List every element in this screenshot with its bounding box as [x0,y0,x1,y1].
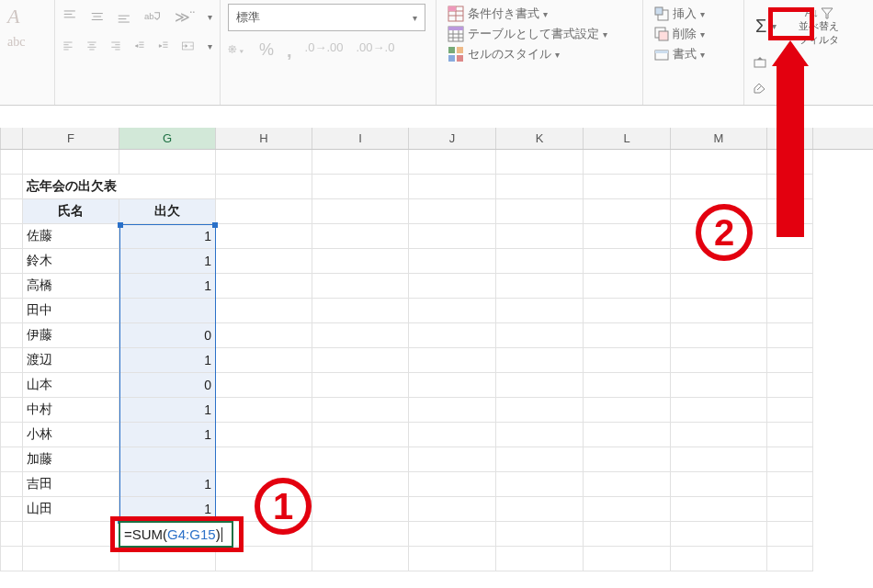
insert-button[interactable]: 挿入 ▾ [651,4,736,24]
cell[interactable] [312,547,409,571]
cell[interactable] [767,398,813,423]
col-header-H[interactable]: H [216,128,312,149]
cell[interactable] [767,497,813,522]
cell[interactable]: 1 [119,249,216,274]
cell[interactable] [409,323,496,348]
cell[interactable] [671,249,767,274]
increase-decimal-icon[interactable]: .0→.00 [305,40,344,62]
cell[interactable]: 1 [119,348,216,373]
cell[interactable] [216,323,312,348]
cell[interactable] [216,547,312,571]
cell[interactable] [496,472,584,497]
cell[interactable]: 1 [119,497,216,522]
currency-icon[interactable]: ⎈▾ [228,40,246,62]
cell[interactable] [216,447,312,472]
cell[interactable] [496,199,584,224]
cell[interactable] [409,348,496,373]
cell[interactable] [119,175,216,199]
cell[interactable] [409,299,496,323]
col-header-L[interactable]: L [584,128,671,149]
cell[interactable] [671,447,767,472]
cell[interactable] [671,224,767,249]
cell[interactable] [584,447,671,472]
cell[interactable] [409,522,496,547]
cell[interactable] [312,299,409,323]
cell[interactable] [312,323,409,348]
cell[interactable] [767,423,813,447]
cell[interactable] [496,423,584,447]
wrap-text-icon[interactable]: ab [144,8,162,25]
cell[interactable] [671,274,767,299]
cell[interactable]: 鈴木 [23,249,119,274]
cell[interactable] [312,150,409,175]
cell[interactable] [767,547,813,571]
cell[interactable] [767,175,813,199]
cell[interactable]: 氏名 [23,199,119,224]
cell[interactable] [23,522,119,547]
cell[interactable] [671,423,767,447]
cell[interactable] [312,423,409,447]
decrease-decimal-icon[interactable]: .00→.0 [357,40,395,62]
cell[interactable] [496,547,584,571]
cell[interactable] [584,547,671,571]
cell[interactable] [216,150,312,175]
cell[interactable] [496,150,584,175]
cell[interactable]: 1 [119,398,216,423]
cell[interactable] [584,199,671,224]
align-top-icon[interactable] [62,8,77,25]
cell[interactable] [584,175,671,199]
cell[interactable] [216,348,312,373]
cell[interactable]: 忘年会の出欠表 [23,175,119,199]
cell[interactable] [671,472,767,497]
cell[interactable] [496,497,584,522]
cell[interactable] [671,373,767,398]
cell[interactable] [671,150,767,175]
cell[interactable] [216,373,312,398]
cell[interactable] [496,398,584,423]
cell[interactable]: 加藤 [23,447,119,472]
cell[interactable] [671,348,767,373]
cell[interactable] [496,522,584,547]
cell[interactable]: 田中 [23,299,119,323]
formula-entry-cell[interactable]: =SUM(G4:G15) [119,521,233,548]
cell[interactable]: 0 [119,373,216,398]
cell[interactable] [767,274,813,299]
cell[interactable] [496,299,584,323]
font-style-icon[interactable]: A [7,5,27,28]
autosum-button[interactable]: Σ▾ [752,14,780,39]
cell[interactable] [584,274,671,299]
cell[interactable] [671,497,767,522]
fill-icon[interactable] [752,57,768,70]
cell[interactable] [409,150,496,175]
cell[interactable] [409,472,496,497]
cell[interactable] [584,398,671,423]
cell[interactable] [496,323,584,348]
cell[interactable] [584,348,671,373]
cell[interactable] [312,497,409,522]
cell[interactable]: 1 [119,274,216,299]
cell[interactable] [216,497,312,522]
cell[interactable]: 山本 [23,373,119,398]
cell[interactable] [409,274,496,299]
col-header-M[interactable]: M [671,128,767,149]
cell[interactable] [584,423,671,447]
cell[interactable] [671,547,767,571]
cell[interactable] [767,249,813,274]
cell[interactable]: 中村 [23,398,119,423]
col-header-G[interactable]: G [119,128,216,149]
cell[interactable] [496,175,584,199]
conditional-format-button[interactable]: 条件付き書式 ▾ [444,4,635,24]
col-header[interactable] [0,128,23,149]
cell[interactable] [767,522,813,547]
align-right-icon[interactable] [110,38,121,54]
cell[interactable] [409,373,496,398]
decrease-indent-icon[interactable] [134,38,145,54]
col-header-J[interactable]: J [409,128,496,149]
cell[interactable] [409,398,496,423]
cell[interactable] [584,522,671,547]
cell[interactable] [409,224,496,249]
cell[interactable] [496,348,584,373]
cell[interactable] [119,447,216,472]
cell[interactable] [312,522,409,547]
percent-icon[interactable]: % [259,40,274,62]
